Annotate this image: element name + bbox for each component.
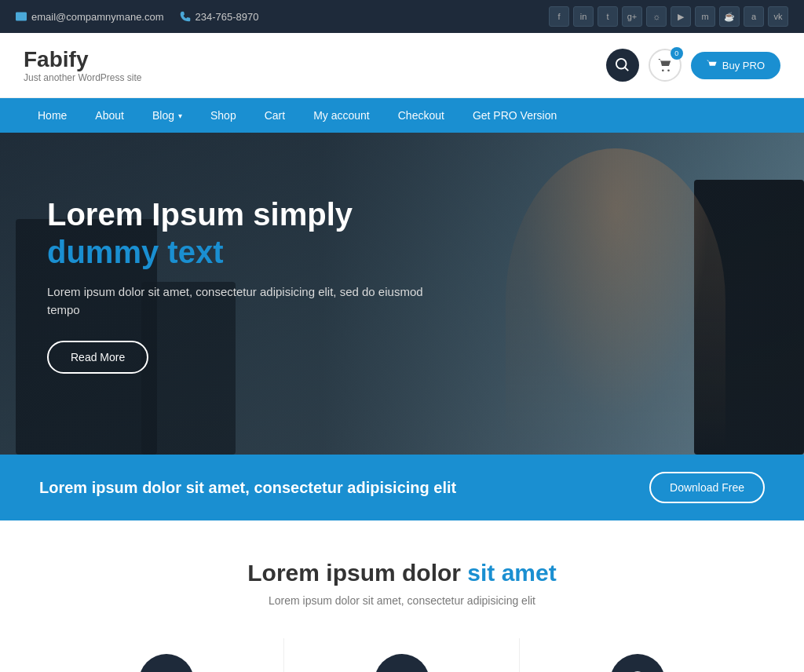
feature-card-3 xyxy=(520,638,755,672)
nav-link-pro[interactable]: Get PRO Version xyxy=(459,98,571,133)
nav-link-checkout[interactable]: Checkout xyxy=(384,98,459,133)
phone-text: 234-765-8970 xyxy=(196,11,259,23)
hero-title-text: Lorem Ipsum simply xyxy=(47,197,353,232)
features-title-highlight: sit amet xyxy=(467,560,556,586)
email-text: email@compamnymane.com xyxy=(31,11,164,23)
nav-item-pro[interactable]: Get PRO Version xyxy=(459,98,571,133)
nav-item-about[interactable]: About xyxy=(81,98,138,133)
logo-name: Fabify xyxy=(24,47,88,71)
download-free-button[interactable]: Download Free xyxy=(649,472,765,503)
features-subtitle: Lorem ipsum dolor sit amet, consectetur … xyxy=(31,594,773,607)
nav-link-about[interactable]: About xyxy=(81,98,138,133)
nav-item-blog[interactable]: Blog ▾ xyxy=(138,98,196,133)
hero-title: Lorem Ipsum simply dummy text xyxy=(47,195,440,271)
cart-button[interactable]: 0 xyxy=(649,49,682,82)
nav-link-cart[interactable]: Cart xyxy=(250,98,299,133)
hero-read-more-button[interactable]: Read More xyxy=(47,341,148,374)
nav-item-myaccount[interactable]: My account xyxy=(299,98,384,133)
email-contact: email@compamnymane.com xyxy=(16,11,164,23)
vk-icon[interactable]: vk xyxy=(768,6,788,27)
linkedin-icon[interactable]: in xyxy=(573,6,594,27)
cart-small-icon xyxy=(707,60,718,71)
nav-item-shop[interactable]: Shop xyxy=(196,98,250,133)
social-links: f in t g+ ☼ ▶ m ☕ a vk xyxy=(549,6,788,27)
hero-title-highlight: dummy text xyxy=(47,235,224,269)
android-icon[interactable]: a xyxy=(744,6,764,27)
chevron-down-icon: ▾ xyxy=(178,111,182,120)
main-nav: Home About Blog ▾ Shop Cart My account C… xyxy=(0,98,804,133)
top-bar: email@compamnymane.com 234-765-8970 f in… xyxy=(0,0,804,33)
nav-link-myaccount[interactable]: My account xyxy=(299,98,384,133)
twitter-icon[interactable]: t xyxy=(598,6,618,27)
search-icon xyxy=(616,58,630,72)
feature-card-1 xyxy=(49,638,284,672)
logo-tagline: Just another WordPress site xyxy=(24,72,142,83)
youtube-icon[interactable]: ▶ xyxy=(671,6,691,27)
search-button[interactable] xyxy=(606,49,639,82)
cart-badge: 0 xyxy=(671,47,683,60)
hero-content: Lorem Ipsum simply dummy text Lorem ipsu… xyxy=(0,133,487,436)
email-icon xyxy=(16,11,27,22)
features-section: Lorem ipsum dolor sit amet Lorem ipsum d… xyxy=(0,520,804,672)
shop-icon[interactable]: ☕ xyxy=(719,6,740,27)
googleplus-icon[interactable]: g+ xyxy=(622,6,642,27)
cart-icon xyxy=(658,58,672,72)
hero-subtitle: Lorem ipsum dolor sit amet, consectetur … xyxy=(47,283,440,319)
cta-bar: Lorem ipsum dolor sit amet, consectetur … xyxy=(0,455,804,520)
logo-title: Fabify xyxy=(24,47,142,72)
nav-link-home[interactable]: Home xyxy=(24,98,81,133)
nav-link-blog[interactable]: Blog ▾ xyxy=(138,98,196,133)
features-grid xyxy=(31,638,773,672)
nav-link-shop[interactable]: Shop xyxy=(196,98,250,133)
feature-card-2 xyxy=(284,638,520,672)
buy-pro-button[interactable]: Buy PRO xyxy=(691,52,780,79)
site-header: Fabify Just another WordPress site 0 Buy… xyxy=(0,33,804,98)
facebook-icon[interactable]: f xyxy=(549,6,569,27)
features-title: Lorem ipsum dolor sit amet xyxy=(31,560,773,586)
nav-item-cart[interactable]: Cart xyxy=(250,98,299,133)
logo[interactable]: Fabify Just another WordPress site xyxy=(24,47,142,83)
header-actions: 0 Buy PRO xyxy=(606,49,780,82)
nav-item-home[interactable]: Home xyxy=(24,98,81,133)
cta-text: Lorem ipsum dolor sit amet, consectetur … xyxy=(39,479,456,497)
feature-icon-circle-1 xyxy=(139,654,194,672)
top-bar-contacts: email@compamnymane.com 234-765-8970 xyxy=(16,11,259,23)
features-title-text: Lorem ipsum dolor xyxy=(247,560,461,586)
phone-icon xyxy=(180,11,191,22)
hero-section: Lorem Ipsum simply dummy text Lorem ipsu… xyxy=(0,133,804,455)
phone-contact: 234-765-8970 xyxy=(180,11,259,23)
messenger-icon[interactable]: m xyxy=(695,6,715,27)
nav-item-checkout[interactable]: Checkout xyxy=(384,98,459,133)
feature-icon-circle-2 xyxy=(375,654,429,672)
feature-icon-circle-3 xyxy=(610,654,665,672)
instagram-icon[interactable]: ☼ xyxy=(646,6,667,27)
